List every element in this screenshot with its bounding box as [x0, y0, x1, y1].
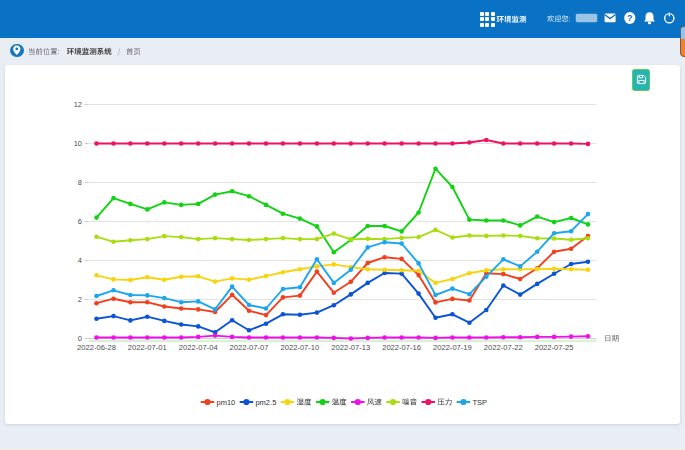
svg-text:2022-07-10: 2022-07-10: [280, 343, 319, 352]
svg-text:2022-07-01: 2022-07-01: [128, 343, 167, 352]
svg-text:2022-07-25: 2022-07-25: [535, 343, 574, 352]
svg-text:0: 0: [78, 334, 82, 343]
svg-text:2022-07-16: 2022-07-16: [382, 343, 421, 352]
svg-text:2022-07-22: 2022-07-22: [484, 343, 523, 352]
svg-text:pm2.5: pm2.5: [255, 398, 276, 407]
svg-text:pm10: pm10: [217, 398, 236, 407]
svg-text:2: 2: [78, 295, 82, 304]
svg-text:6: 6: [78, 217, 82, 226]
svg-text:12: 12: [74, 100, 82, 109]
svg-text:2022-07-07: 2022-07-07: [230, 343, 269, 352]
svg-text:2022-07-13: 2022-07-13: [331, 343, 370, 352]
svg-text:2022-07-19: 2022-07-19: [433, 343, 472, 352]
svg-text:2022-06-28: 2022-06-28: [77, 343, 116, 352]
svg-text:4: 4: [78, 256, 82, 265]
svg-text:TSP: TSP: [473, 398, 488, 407]
svg-text:10: 10: [74, 139, 82, 148]
svg-text:2022-07-04: 2022-07-04: [179, 343, 218, 352]
svg-text:8: 8: [78, 178, 82, 187]
